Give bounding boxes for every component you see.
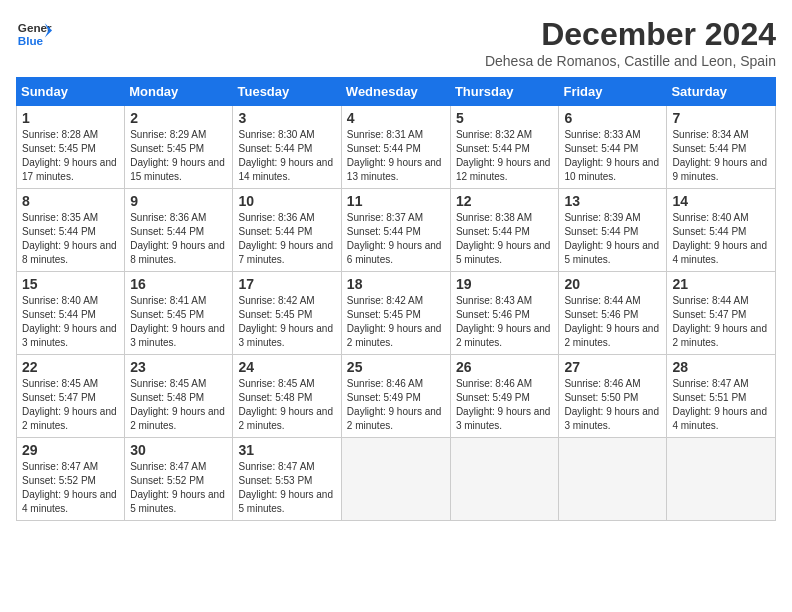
day-number: 3 (238, 110, 335, 126)
day-number: 10 (238, 193, 335, 209)
header: General Blue December 2024 Dehesa de Rom… (16, 16, 776, 69)
day-number: 14 (672, 193, 770, 209)
day-number: 27 (564, 359, 661, 375)
day-number: 19 (456, 276, 554, 292)
day-number: 20 (564, 276, 661, 292)
day-info: Sunrise: 8:45 AMSunset: 5:48 PMDaylight:… (238, 377, 335, 433)
table-row (559, 438, 667, 521)
table-row: 17 Sunrise: 8:42 AMSunset: 5:45 PMDaylig… (233, 272, 341, 355)
table-row (450, 438, 559, 521)
table-row (667, 438, 776, 521)
day-info: Sunrise: 8:33 AMSunset: 5:44 PMDaylight:… (564, 128, 661, 184)
day-number: 2 (130, 110, 227, 126)
col-wednesday: Wednesday (341, 78, 450, 106)
day-number: 15 (22, 276, 119, 292)
col-friday: Friday (559, 78, 667, 106)
day-number: 11 (347, 193, 445, 209)
day-number: 17 (238, 276, 335, 292)
title-area: December 2024 Dehesa de Romanos, Castill… (485, 16, 776, 69)
day-number: 21 (672, 276, 770, 292)
day-info: Sunrise: 8:47 AMSunset: 5:52 PMDaylight:… (22, 460, 119, 516)
day-info: Sunrise: 8:36 AMSunset: 5:44 PMDaylight:… (130, 211, 227, 267)
day-info: Sunrise: 8:47 AMSunset: 5:52 PMDaylight:… (130, 460, 227, 516)
table-row: 13 Sunrise: 8:39 AMSunset: 5:44 PMDaylig… (559, 189, 667, 272)
day-number: 5 (456, 110, 554, 126)
calendar-table: Sunday Monday Tuesday Wednesday Thursday… (16, 77, 776, 521)
day-info: Sunrise: 8:46 AMSunset: 5:50 PMDaylight:… (564, 377, 661, 433)
day-info: Sunrise: 8:44 AMSunset: 5:47 PMDaylight:… (672, 294, 770, 350)
table-row: 11 Sunrise: 8:37 AMSunset: 5:44 PMDaylig… (341, 189, 450, 272)
col-sunday: Sunday (17, 78, 125, 106)
day-number: 26 (456, 359, 554, 375)
day-info: Sunrise: 8:39 AMSunset: 5:44 PMDaylight:… (564, 211, 661, 267)
logo-icon: General Blue (16, 16, 52, 52)
day-info: Sunrise: 8:29 AMSunset: 5:45 PMDaylight:… (130, 128, 227, 184)
day-number: 8 (22, 193, 119, 209)
table-row: 15 Sunrise: 8:40 AMSunset: 5:44 PMDaylig… (17, 272, 125, 355)
day-number: 30 (130, 442, 227, 458)
table-row: 19 Sunrise: 8:43 AMSunset: 5:46 PMDaylig… (450, 272, 559, 355)
col-monday: Monday (125, 78, 233, 106)
calendar-header-row: Sunday Monday Tuesday Wednesday Thursday… (17, 78, 776, 106)
subtitle: Dehesa de Romanos, Castille and Leon, Sp… (485, 53, 776, 69)
calendar-week-row: 8 Sunrise: 8:35 AMSunset: 5:44 PMDayligh… (17, 189, 776, 272)
day-number: 1 (22, 110, 119, 126)
table-row (341, 438, 450, 521)
table-row: 14 Sunrise: 8:40 AMSunset: 5:44 PMDaylig… (667, 189, 776, 272)
day-info: Sunrise: 8:45 AMSunset: 5:47 PMDaylight:… (22, 377, 119, 433)
day-number: 23 (130, 359, 227, 375)
calendar-week-row: 22 Sunrise: 8:45 AMSunset: 5:47 PMDaylig… (17, 355, 776, 438)
table-row: 10 Sunrise: 8:36 AMSunset: 5:44 PMDaylig… (233, 189, 341, 272)
calendar-week-row: 1 Sunrise: 8:28 AMSunset: 5:45 PMDayligh… (17, 106, 776, 189)
day-info: Sunrise: 8:28 AMSunset: 5:45 PMDaylight:… (22, 128, 119, 184)
day-info: Sunrise: 8:46 AMSunset: 5:49 PMDaylight:… (347, 377, 445, 433)
day-number: 4 (347, 110, 445, 126)
day-number: 25 (347, 359, 445, 375)
day-number: 18 (347, 276, 445, 292)
day-info: Sunrise: 8:42 AMSunset: 5:45 PMDaylight:… (347, 294, 445, 350)
table-row: 9 Sunrise: 8:36 AMSunset: 5:44 PMDayligh… (125, 189, 233, 272)
col-tuesday: Tuesday (233, 78, 341, 106)
day-info: Sunrise: 8:42 AMSunset: 5:45 PMDaylight:… (238, 294, 335, 350)
table-row: 6 Sunrise: 8:33 AMSunset: 5:44 PMDayligh… (559, 106, 667, 189)
logo: General Blue (16, 16, 52, 52)
table-row: 24 Sunrise: 8:45 AMSunset: 5:48 PMDaylig… (233, 355, 341, 438)
day-info: Sunrise: 8:43 AMSunset: 5:46 PMDaylight:… (456, 294, 554, 350)
table-row: 31 Sunrise: 8:47 AMSunset: 5:53 PMDaylig… (233, 438, 341, 521)
day-number: 12 (456, 193, 554, 209)
table-row: 20 Sunrise: 8:44 AMSunset: 5:46 PMDaylig… (559, 272, 667, 355)
svg-text:General: General (18, 21, 52, 34)
table-row: 16 Sunrise: 8:41 AMSunset: 5:45 PMDaylig… (125, 272, 233, 355)
day-info: Sunrise: 8:46 AMSunset: 5:49 PMDaylight:… (456, 377, 554, 433)
day-info: Sunrise: 8:32 AMSunset: 5:44 PMDaylight:… (456, 128, 554, 184)
day-info: Sunrise: 8:31 AMSunset: 5:44 PMDaylight:… (347, 128, 445, 184)
table-row: 30 Sunrise: 8:47 AMSunset: 5:52 PMDaylig… (125, 438, 233, 521)
day-info: Sunrise: 8:47 AMSunset: 5:51 PMDaylight:… (672, 377, 770, 433)
day-number: 22 (22, 359, 119, 375)
table-row: 8 Sunrise: 8:35 AMSunset: 5:44 PMDayligh… (17, 189, 125, 272)
table-row: 21 Sunrise: 8:44 AMSunset: 5:47 PMDaylig… (667, 272, 776, 355)
table-row: 23 Sunrise: 8:45 AMSunset: 5:48 PMDaylig… (125, 355, 233, 438)
day-info: Sunrise: 8:41 AMSunset: 5:45 PMDaylight:… (130, 294, 227, 350)
day-info: Sunrise: 8:37 AMSunset: 5:44 PMDaylight:… (347, 211, 445, 267)
calendar-week-row: 15 Sunrise: 8:40 AMSunset: 5:44 PMDaylig… (17, 272, 776, 355)
day-info: Sunrise: 8:44 AMSunset: 5:46 PMDaylight:… (564, 294, 661, 350)
day-number: 29 (22, 442, 119, 458)
col-thursday: Thursday (450, 78, 559, 106)
day-number: 16 (130, 276, 227, 292)
calendar-week-row: 29 Sunrise: 8:47 AMSunset: 5:52 PMDaylig… (17, 438, 776, 521)
table-row: 4 Sunrise: 8:31 AMSunset: 5:44 PMDayligh… (341, 106, 450, 189)
table-row: 26 Sunrise: 8:46 AMSunset: 5:49 PMDaylig… (450, 355, 559, 438)
day-number: 24 (238, 359, 335, 375)
main-title: December 2024 (485, 16, 776, 53)
col-saturday: Saturday (667, 78, 776, 106)
calendar-body: 1 Sunrise: 8:28 AMSunset: 5:45 PMDayligh… (17, 106, 776, 521)
table-row: 7 Sunrise: 8:34 AMSunset: 5:44 PMDayligh… (667, 106, 776, 189)
day-info: Sunrise: 8:45 AMSunset: 5:48 PMDaylight:… (130, 377, 227, 433)
table-row: 22 Sunrise: 8:45 AMSunset: 5:47 PMDaylig… (17, 355, 125, 438)
day-number: 28 (672, 359, 770, 375)
day-info: Sunrise: 8:35 AMSunset: 5:44 PMDaylight:… (22, 211, 119, 267)
day-number: 6 (564, 110, 661, 126)
table-row: 29 Sunrise: 8:47 AMSunset: 5:52 PMDaylig… (17, 438, 125, 521)
table-row: 18 Sunrise: 8:42 AMSunset: 5:45 PMDaylig… (341, 272, 450, 355)
